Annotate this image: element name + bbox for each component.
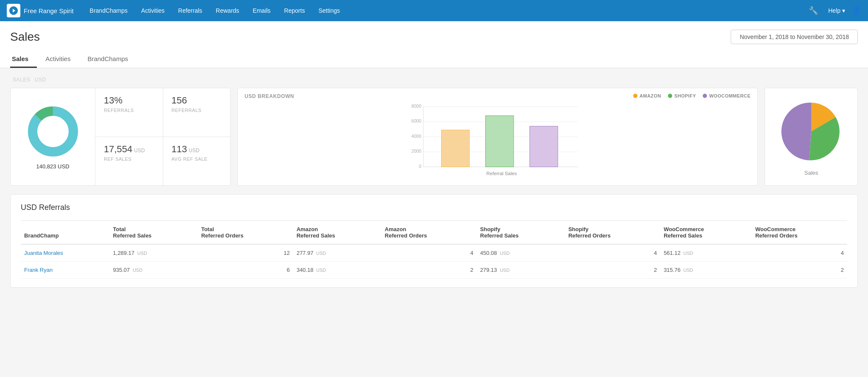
svg-text:0: 0 bbox=[419, 164, 421, 169]
stats-row: 140,823 USD 13% REFERRALS 156 REFERRALS bbox=[10, 88, 858, 186]
stats-card: 140,823 USD 13% REFERRALS 156 REFERRALS bbox=[10, 88, 231, 186]
metric-row-1: 13% REFERRALS 156 REFERRALS bbox=[95, 88, 230, 137]
row-amazon-orders: 2 bbox=[381, 262, 477, 279]
nav-item-activities[interactable]: Activities bbox=[135, 5, 170, 17]
logo-image bbox=[7, 4, 20, 17]
bar-chart-section: USD BREAKDOWN AMAZON SHOPIFY WOOCOMMERCE bbox=[237, 88, 758, 186]
col-amazon-sales: AmazonReferred Sales bbox=[293, 221, 381, 245]
row-total-sales: 935.07 USD bbox=[110, 262, 198, 279]
sales-label: SALES bbox=[13, 77, 31, 83]
row-name[interactable]: Juanita Morales bbox=[21, 244, 110, 262]
col-brandchamp: BrandChamp bbox=[21, 221, 110, 245]
legend-shopify: SHOPIFY bbox=[668, 93, 696, 98]
donut-unit: USD bbox=[58, 163, 69, 170]
table-header-row: BrandChamp TotalReferred Sales TotalRefe… bbox=[21, 221, 847, 245]
navbar: Free Range Spirit BrandChamps Activities… bbox=[0, 0, 868, 21]
table-section: USD Referrals BrandChamp TotalReferred S… bbox=[10, 194, 858, 288]
col-woo-orders: WooCommerceReferred Orders bbox=[752, 221, 847, 245]
bar-shopify bbox=[486, 116, 514, 167]
nav-item-settings[interactable]: Settings bbox=[312, 5, 346, 17]
date-range-picker[interactable]: November 1, 2018 to November 30, 2018 bbox=[731, 30, 858, 44]
help-menu[interactable]: Help ▾ bbox=[828, 7, 845, 14]
col-shopify-sales: ShopifyReferred Sales bbox=[477, 221, 565, 245]
wrench-icon[interactable]: 🔧 bbox=[805, 4, 821, 17]
tab-brandchamps[interactable]: BrandChamps bbox=[86, 51, 136, 68]
row-name[interactable]: Frank Ryan bbox=[21, 262, 110, 279]
page-title: Sales bbox=[10, 30, 40, 44]
legend-dot-amazon bbox=[633, 94, 637, 98]
pie-label: Sales bbox=[804, 170, 818, 176]
row-amazon-sales: 340.18 USD bbox=[293, 262, 381, 279]
metric-val-4: 113USD bbox=[172, 144, 222, 155]
donut-total: 140,823 USD bbox=[36, 163, 69, 170]
table-row: Frank Ryan 935.07 USD 6 340.18 USD 2 279… bbox=[21, 262, 847, 279]
tab-activities[interactable]: Activities bbox=[44, 51, 79, 68]
bar-amazon bbox=[441, 130, 469, 167]
svg-text:4000: 4000 bbox=[412, 134, 421, 139]
metric-val-1: 13% bbox=[104, 95, 154, 106]
col-woo-sales: WooCommerceReferred Sales bbox=[660, 221, 752, 245]
row-woo-orders: 2 bbox=[752, 262, 847, 279]
row-total-orders: 12 bbox=[198, 244, 293, 262]
metric-avg-ref-sale: 113USD AVG REF SALE bbox=[163, 137, 231, 186]
legend-label-woo: WOOCOMMERCE bbox=[709, 93, 751, 98]
svg-text:8000: 8000 bbox=[412, 104, 421, 109]
row-amazon-orders: 4 bbox=[381, 244, 477, 262]
pie-chart bbox=[777, 98, 845, 165]
donut-value: 140,823 bbox=[36, 163, 56, 170]
legend-label-amazon: AMAZON bbox=[640, 93, 661, 98]
stats-metrics: 13% REFERRALS 156 REFERRALS 17,554USD RE… bbox=[95, 88, 230, 185]
legend-dot-woo bbox=[703, 94, 707, 98]
help-label: Help bbox=[828, 7, 840, 14]
metric-name-2: REFERRALS bbox=[172, 108, 222, 113]
metric-referrals-pct: 13% REFERRALS bbox=[95, 88, 163, 137]
nav-item-emails[interactable]: Emails bbox=[247, 5, 276, 17]
bar-chart-svg: 8000 6000 4000 2000 0 Referral Sales bbox=[245, 103, 751, 179]
row-shopify-orders: 2 bbox=[565, 262, 660, 279]
svg-point-3 bbox=[38, 117, 68, 146]
legend-label-shopify: SHOPIFY bbox=[674, 93, 696, 98]
user-menu[interactable]: 👤 bbox=[852, 6, 861, 15]
metric-unit-4: USD bbox=[189, 148, 199, 154]
referrals-table: BrandChamp TotalReferred Sales TotalRefe… bbox=[21, 221, 847, 279]
row-woo-sales: 315.76 USD bbox=[660, 262, 752, 279]
svg-text:2000: 2000 bbox=[412, 149, 421, 154]
row-woo-sales: 561.12 USD bbox=[660, 244, 752, 262]
svg-text:6000: 6000 bbox=[412, 119, 421, 123]
metric-referrals-count: 156 REFERRALS bbox=[163, 88, 231, 137]
pie-woo bbox=[782, 103, 811, 160]
nav-item-brandchamps[interactable]: BrandChamps bbox=[84, 5, 134, 17]
nav-item-referrals[interactable]: Referrals bbox=[172, 5, 208, 17]
svg-text:Referral Sales: Referral Sales bbox=[486, 171, 517, 176]
metric-name-1: REFERRALS bbox=[104, 108, 154, 113]
pie-section: Sales bbox=[765, 88, 858, 186]
page-header: Sales November 1, 2018 to November 30, 2… bbox=[0, 21, 868, 68]
navbar-right: 🔧 Help ▾ 👤 bbox=[805, 4, 861, 17]
metric-row-2: 17,554USD REF SALES 113USD AVG REF SALE bbox=[95, 137, 230, 186]
row-shopify-orders: 4 bbox=[565, 244, 660, 262]
col-shopify-orders: ShopifyReferred Orders bbox=[565, 221, 660, 245]
donut-section: 140,823 USD bbox=[11, 88, 95, 185]
nav-item-rewards[interactable]: Rewards bbox=[210, 5, 245, 17]
table-body: Juanita Morales 1,289.17 USD 12 277.97 U… bbox=[21, 244, 847, 279]
page-tabs: Sales Activities BrandChamps bbox=[10, 51, 858, 68]
main-content: SALES USD 140,823 USD bbox=[0, 68, 868, 296]
nav-items: BrandChamps Activities Referrals Rewards… bbox=[84, 5, 806, 17]
row-amazon-sales: 277.97 USD bbox=[293, 244, 381, 262]
table-title: USD Referrals bbox=[21, 203, 847, 212]
help-chevron: ▾ bbox=[842, 7, 845, 14]
sales-section-label: SALES USD bbox=[10, 77, 858, 83]
brand-logo[interactable]: Free Range Spirit bbox=[7, 4, 74, 17]
col-total-orders: TotalReferred Orders bbox=[198, 221, 293, 245]
tab-sales[interactable]: Sales bbox=[10, 51, 37, 68]
table-row: Juanita Morales 1,289.17 USD 12 277.97 U… bbox=[21, 244, 847, 262]
metric-name-3: REF SALES bbox=[104, 156, 154, 162]
metric-unit-3: USD bbox=[134, 148, 145, 154]
row-total-sales: 1,289.17 USD bbox=[110, 244, 198, 262]
nav-item-reports[interactable]: Reports bbox=[278, 5, 311, 17]
chart-legend: AMAZON SHOPIFY WOOCOMMERCE bbox=[633, 93, 751, 98]
legend-dot-shopify bbox=[668, 94, 672, 98]
row-shopify-sales: 279.13 USD bbox=[477, 262, 565, 279]
legend-woocommerce: WOOCOMMERCE bbox=[703, 93, 751, 98]
donut-chart bbox=[25, 104, 81, 159]
